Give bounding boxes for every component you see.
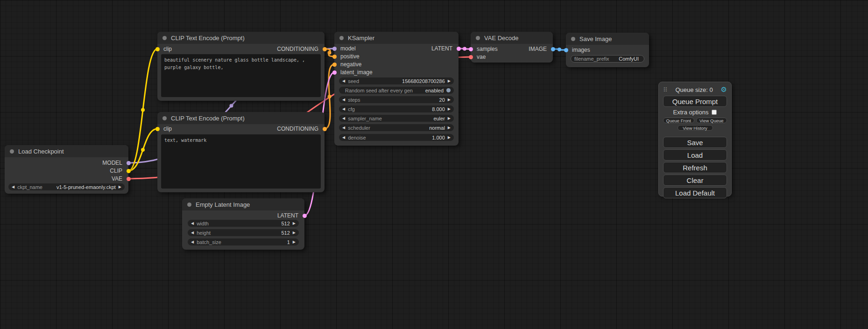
increment-arrow-icon[interactable]: ▶ <box>293 222 296 225</box>
output-slot-conditioning[interactable] <box>323 127 327 131</box>
graph-canvas[interactable]: Load Checkpoint MODEL CLIP VAE ◀ ckpt_na… <box>0 0 868 329</box>
refresh-button[interactable]: Refresh <box>663 162 727 173</box>
output-slot-latent[interactable] <box>303 214 307 218</box>
input-label-negative: negative <box>340 61 361 68</box>
output-label-clip: CLIP <box>110 168 122 174</box>
extra-options-checkbox[interactable] <box>712 110 717 115</box>
decrement-arrow-icon[interactable]: ◀ <box>191 240 194 244</box>
node-title: Empty Latent Image <box>196 201 250 208</box>
load-default-button[interactable]: Load Default <box>663 187 727 198</box>
collapse-dot-icon[interactable] <box>162 116 167 120</box>
widget-name: cfg <box>348 106 355 112</box>
save-button[interactable]: Save <box>663 137 727 148</box>
node-titlebar[interactable]: Empty Latent Image <box>182 198 304 210</box>
input-slot-latent-image[interactable] <box>332 70 337 75</box>
widget-random-seed-toggle[interactable]: Random seed after every gen enabled <box>339 87 454 94</box>
node-titlebar[interactable]: Save Image <box>566 33 649 45</box>
prompt-textarea[interactable]: text, watermark <box>161 134 321 189</box>
decrement-arrow-icon[interactable]: ◀ <box>342 136 345 140</box>
output-label-latent: LATENT <box>431 45 452 52</box>
widget-sampler-name[interactable]: ◀ sampler_name euler ▶ <box>339 115 454 122</box>
widget-name: ckpt_name <box>17 184 42 190</box>
node-titlebar[interactable]: CLIP Text Encode (Prompt) <box>157 112 325 124</box>
output-label-image: IMAGE <box>529 46 547 52</box>
increment-arrow-icon[interactable]: ▶ <box>448 98 451 102</box>
node-titlebar[interactable]: CLIP Text Encode (Prompt) <box>157 32 325 44</box>
settings-gear-icon[interactable]: ⚙ <box>721 85 727 94</box>
decrement-arrow-icon[interactable]: ◀ <box>342 126 345 130</box>
input-slot-clip[interactable] <box>155 47 160 51</box>
input-label-clip: clip <box>163 126 172 132</box>
widget-scheduler[interactable]: ◀ scheduler normal ▶ <box>339 124 454 131</box>
widget-denoise[interactable]: ◀ denoise 1.000 ▶ <box>339 134 454 141</box>
widget-seed[interactable]: ◀ seed 156680208700286 ▶ <box>339 77 454 84</box>
decrement-arrow-icon[interactable]: ◀ <box>342 98 345 102</box>
increment-arrow-icon[interactable]: ▶ <box>448 107 451 111</box>
output-slot-model[interactable] <box>127 161 131 165</box>
queue-prompt-button[interactable]: Queue Prompt <box>663 96 727 107</box>
toggle-knob-icon[interactable] <box>446 88 451 92</box>
node-clip-text-encode-positive[interactable]: CLIP Text Encode (Prompt) clip CONDITION… <box>157 32 325 101</box>
collapse-dot-icon[interactable] <box>571 37 575 41</box>
clear-button[interactable]: Clear <box>663 175 727 186</box>
output-slot-latent[interactable] <box>457 47 461 51</box>
input-slot-images[interactable] <box>564 48 568 52</box>
decrement-arrow-icon[interactable]: ◀ <box>342 79 345 83</box>
input-slot-samples[interactable] <box>469 47 473 51</box>
view-queue-button[interactable]: View Queue <box>696 118 727 123</box>
output-slot-conditioning[interactable] <box>323 47 327 51</box>
widget-cfg[interactable]: ◀ cfg 8.000 ▶ <box>339 105 454 112</box>
node-empty-latent-image[interactable]: Empty Latent Image LATENT ◀ width 512 ▶ … <box>182 198 304 250</box>
increment-arrow-icon[interactable]: ▶ <box>448 79 451 83</box>
collapse-dot-icon[interactable] <box>10 149 14 154</box>
output-slot-clip[interactable] <box>127 169 131 173</box>
widget-height[interactable]: ◀ height 512 ▶ <box>188 229 299 236</box>
collapse-dot-icon[interactable] <box>187 203 191 207</box>
node-titlebar[interactable]: VAE Decode <box>471 32 553 44</box>
node-load-checkpoint[interactable]: Load Checkpoint MODEL CLIP VAE ◀ ckpt_na… <box>5 145 128 194</box>
decrement-arrow-icon[interactable]: ◀ <box>191 222 194 225</box>
widget-name: filename_prefix <box>574 56 609 62</box>
collapse-dot-icon[interactable] <box>476 36 480 40</box>
increment-arrow-icon[interactable]: ▶ <box>293 240 296 244</box>
increment-arrow-icon[interactable]: ▶ <box>448 136 451 140</box>
queue-front-button[interactable]: Queue Front <box>663 118 694 123</box>
input-slot-negative[interactable] <box>332 63 337 67</box>
widget-name: seed <box>348 78 359 84</box>
node-title: KSampler <box>348 35 374 42</box>
load-button[interactable]: Load <box>663 149 727 161</box>
output-slot-vae[interactable] <box>127 177 131 181</box>
view-history-button[interactable]: View History <box>677 125 713 131</box>
prompt-textarea[interactable]: beautiful scenery nature glass bottle la… <box>161 54 321 97</box>
widget-filename-prefix[interactable]: filename_prefix ComfyUI <box>571 55 644 63</box>
decrement-arrow-icon[interactable]: ◀ <box>12 185 14 189</box>
input-slot-clip[interactable] <box>155 127 160 131</box>
input-slot-model[interactable] <box>332 47 337 51</box>
widget-ckpt-name[interactable]: ◀ ckpt_name v1-5-pruned-emaonly.ckpt ▶ <box>8 183 125 190</box>
widget-value: 20 <box>439 97 445 103</box>
node-titlebar[interactable]: KSampler <box>334 32 459 44</box>
increment-arrow-icon[interactable]: ▶ <box>293 231 296 235</box>
decrement-arrow-icon[interactable]: ◀ <box>342 117 345 120</box>
decrement-arrow-icon[interactable]: ◀ <box>191 231 194 235</box>
decrement-arrow-icon[interactable]: ◀ <box>342 107 345 111</box>
widget-value: normal <box>429 125 445 131</box>
widget-value: 1 <box>287 239 290 245</box>
node-vae-decode[interactable]: VAE Decode samples IMAGE vae <box>471 32 553 63</box>
output-slot-image[interactable] <box>551 47 555 51</box>
node-save-image[interactable]: Save Image images filename_prefix ComfyU… <box>566 33 649 67</box>
increment-arrow-icon[interactable]: ▶ <box>119 185 121 189</box>
node-clip-text-encode-negative[interactable]: CLIP Text Encode (Prompt) clip CONDITION… <box>157 112 325 192</box>
increment-arrow-icon[interactable]: ▶ <box>448 126 451 130</box>
widget-batch-size[interactable]: ◀ batch_size 1 ▶ <box>188 238 299 245</box>
node-ksampler[interactable]: KSampler model LATENT positive negative … <box>334 32 459 146</box>
widget-width[interactable]: ◀ width 512 ▶ <box>188 220 299 227</box>
increment-arrow-icon[interactable]: ▶ <box>448 117 451 120</box>
drag-handle-icon[interactable]: ⠿ <box>663 86 668 93</box>
input-slot-positive[interactable] <box>332 55 337 59</box>
collapse-dot-icon[interactable] <box>339 36 344 40</box>
widget-steps[interactable]: ◀ steps 20 ▶ <box>339 96 454 103</box>
input-slot-vae[interactable] <box>469 55 473 59</box>
node-titlebar[interactable]: Load Checkpoint <box>5 145 128 157</box>
collapse-dot-icon[interactable] <box>162 36 167 40</box>
